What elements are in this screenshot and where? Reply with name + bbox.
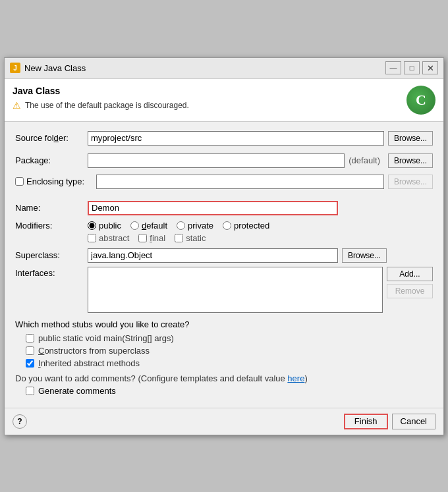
package-input[interactable]	[88, 153, 345, 168]
name-input[interactable]	[88, 201, 338, 215]
modifier-default-label: default	[142, 221, 167, 231]
new-java-class-dialog: J New Java Class — □ ✕ Java Class ⚠ The …	[4, 57, 444, 435]
eclipse-logo: C	[406, 86, 435, 115]
modifier-private-option[interactable]: private	[177, 221, 213, 231]
package-label: Package:	[15, 155, 88, 165]
interfaces-row: Interfaces: Add... Remove	[15, 267, 433, 313]
superclass-row: Superclass: Browse...	[15, 248, 433, 263]
stub-main-checkbox[interactable]	[26, 334, 34, 342]
close-button[interactable]: ✕	[422, 61, 438, 74]
modifier-final-checkbox[interactable]	[138, 234, 147, 242]
comments-section: Do you want to add comments? (Configure …	[15, 373, 433, 396]
header-title: Java Class	[13, 86, 406, 96]
title-bar-left: J New Java Class	[10, 63, 86, 73]
modifier-public-label: public	[99, 221, 121, 231]
package-default-text: (default)	[349, 155, 380, 165]
interfaces-buttons: Add... Remove	[387, 267, 433, 298]
modifier-static-checkbox[interactable]	[175, 234, 183, 242]
modifier-private-radio[interactable]	[177, 221, 185, 230]
interfaces-textarea[interactable]	[88, 267, 383, 313]
modifier-public-option[interactable]: public	[88, 221, 121, 231]
title-controls: — □ ✕	[385, 61, 438, 74]
superclass-label: Superclass:	[15, 250, 88, 260]
source-folder-label: Source folder:	[15, 133, 88, 143]
enclosing-type-browse-button[interactable]: Browse...	[388, 175, 433, 189]
package-browse-button[interactable]: Browse...	[388, 153, 433, 168]
header-section: Java Class ⚠ The use of the default pack…	[5, 79, 443, 122]
modifiers-row2: abstract final static	[88, 233, 433, 243]
modifier-final-label: final	[150, 233, 165, 243]
stub-main-label: public static void main(String[] args)	[38, 333, 174, 343]
modifier-default-option[interactable]: default	[130, 221, 167, 231]
source-folder-browse-button[interactable]: Browse...	[388, 131, 433, 146]
finish-button[interactable]: Finish	[344, 414, 388, 429]
generate-comments-checkbox[interactable]	[26, 387, 34, 395]
stub-row-constructors: Constructors from superclass	[26, 346, 433, 356]
help-button[interactable]: ?	[13, 414, 27, 429]
stub-inherited-label: Inherited abstract methods	[38, 358, 140, 368]
modifiers-row: Modifiers: public default private protec…	[15, 221, 433, 231]
stubs-section: Which method stubs would you like to cre…	[15, 319, 433, 368]
modifier-abstract-option[interactable]: abstract	[88, 233, 129, 243]
stub-constructors-label: Constructors from superclass	[38, 346, 150, 356]
maximize-button[interactable]: □	[404, 61, 420, 74]
modifier-static-label: static	[186, 233, 206, 243]
enclosing-type-input[interactable]	[96, 175, 384, 189]
minimize-button[interactable]: —	[385, 61, 401, 74]
superclass-input[interactable]	[88, 248, 338, 263]
footer: ? Finish Cancel	[5, 408, 443, 435]
package-row: Package: (default) Browse...	[15, 152, 433, 169]
warning-row: ⚠ The use of the default package is disc…	[13, 100, 406, 111]
modifier-abstract-label: abstract	[99, 233, 129, 243]
comments-title-text: Do you want to add comments? (Configure …	[15, 373, 287, 383]
header-left: Java Class ⚠ The use of the default pack…	[13, 86, 406, 111]
comments-title-end: )	[304, 373, 307, 383]
interfaces-label: Interfaces:	[15, 267, 88, 278]
modifiers-check-options: abstract final static	[88, 233, 206, 243]
source-folder-row: Source folder: Browse...	[15, 130, 433, 147]
name-label: Name:	[15, 203, 88, 213]
warning-text: The use of the default package is discou…	[25, 101, 189, 110]
dialog-title: New Java Class	[24, 63, 86, 73]
interfaces-remove-button[interactable]: Remove	[387, 284, 433, 298]
modifier-final-option[interactable]: final	[138, 233, 165, 243]
modifier-protected-label: protected	[234, 221, 269, 231]
footer-buttons: Finish Cancel	[344, 414, 435, 429]
warning-icon: ⚠	[13, 100, 21, 111]
modifier-abstract-checkbox[interactable]	[88, 234, 96, 242]
modifier-default-radio[interactable]	[130, 221, 139, 230]
enclosing-type-label: Enclosing type:	[26, 177, 96, 186]
java-icon: J	[10, 63, 20, 73]
generate-comments-label: Generate comments	[38, 386, 116, 396]
comments-row: Generate comments	[26, 386, 433, 396]
modifier-public-radio[interactable]	[88, 221, 96, 230]
enclosing-type-checkbox[interactable]	[15, 177, 24, 186]
comments-link[interactable]: here	[287, 373, 304, 383]
stub-inherited-checkbox[interactable]	[26, 359, 34, 368]
name-row: Name:	[15, 201, 433, 215]
modifier-protected-option[interactable]: protected	[223, 221, 269, 231]
stub-row-inherited: Inherited abstract methods	[26, 358, 433, 368]
cancel-button[interactable]: Cancel	[392, 414, 435, 429]
modifier-protected-radio[interactable]	[223, 221, 231, 230]
title-bar: J New Java Class — □ ✕	[5, 58, 443, 79]
modifier-private-label: private	[188, 221, 213, 231]
source-folder-input[interactable]	[88, 131, 384, 146]
modifier-static-option[interactable]: static	[175, 233, 206, 243]
form-content: Source folder: Browse... Package: (defau…	[5, 122, 443, 408]
modifiers-label: Modifiers:	[15, 221, 88, 231]
enclosing-type-row: Enclosing type: Browse...	[15, 175, 433, 189]
stubs-title: Which method stubs would you like to cre…	[15, 319, 433, 329]
superclass-browse-button[interactable]: Browse...	[342, 248, 387, 263]
stub-row-main: public static void main(String[] args)	[26, 333, 433, 343]
stub-constructors-checkbox[interactable]	[26, 346, 34, 355]
modifiers-options: public default private protected	[88, 221, 269, 231]
comments-title: Do you want to add comments? (Configure …	[15, 373, 433, 383]
interfaces-add-button[interactable]: Add...	[387, 267, 433, 281]
